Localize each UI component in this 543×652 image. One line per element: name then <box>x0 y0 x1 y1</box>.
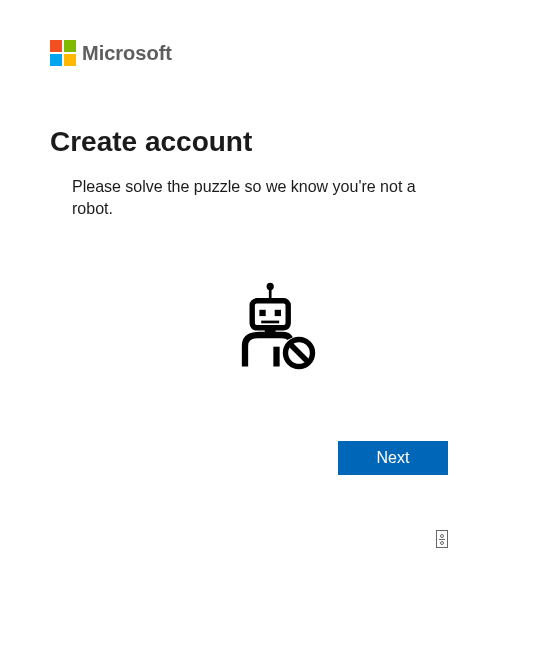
svg-rect-2 <box>252 301 288 328</box>
audio-challenge-button[interactable] <box>436 530 448 548</box>
brand-header: Microsoft <box>50 40 493 66</box>
audio-challenge-icon <box>436 530 448 548</box>
captcha-illustration <box>50 281 493 371</box>
next-button[interactable]: Next <box>338 441 448 475</box>
robot-blocked-icon <box>227 281 317 371</box>
svg-rect-5 <box>261 320 279 323</box>
page-subtitle: Please solve the puzzle so we know you'r… <box>72 176 432 221</box>
svg-rect-3 <box>259 310 265 316</box>
svg-rect-4 <box>274 310 280 316</box>
brand-name: Microsoft <box>82 42 172 65</box>
page-title: Create account <box>50 126 493 158</box>
microsoft-logo-icon <box>50 40 76 66</box>
